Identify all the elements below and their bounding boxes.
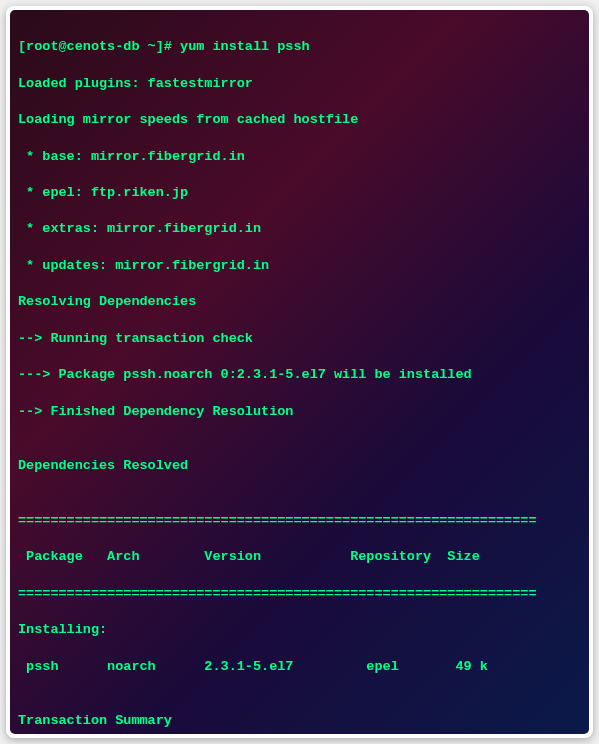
output-line: --> Finished Dependency Resolution xyxy=(18,403,581,421)
shell-prompt: [root@cenots-db ~]# xyxy=(18,39,180,54)
output-line: Dependencies Resolved xyxy=(18,457,581,475)
output-line: Loaded plugins: fastestmirror xyxy=(18,75,581,93)
divider-line: ========================================… xyxy=(18,585,581,603)
terminal-output[interactable]: [root@cenots-db ~]# yum install pssh Loa… xyxy=(10,10,589,734)
output-line: Transaction Summary xyxy=(18,712,581,730)
prompt-line: [root@cenots-db ~]# yum install pssh xyxy=(18,38,581,56)
table-header: Package Arch Version Repository Size xyxy=(18,548,581,566)
output-line: --> Running transaction check xyxy=(18,330,581,348)
output-line: Loading mirror speeds from cached hostfi… xyxy=(18,111,581,129)
output-line: ---> Package pssh.noarch 0:2.3.1-5.el7 w… xyxy=(18,366,581,384)
command-text: yum install pssh xyxy=(180,39,310,54)
divider-line: ========================================… xyxy=(18,512,581,530)
table-row: pssh noarch 2.3.1-5.el7 epel 49 k xyxy=(18,658,581,676)
output-line: * epel: ftp.riken.jp xyxy=(18,184,581,202)
output-line: Resolving Dependencies xyxy=(18,293,581,311)
output-line: Installing: xyxy=(18,621,581,639)
output-line: * updates: mirror.fibergrid.in xyxy=(18,257,581,275)
terminal-window: [root@cenots-db ~]# yum install pssh Loa… xyxy=(6,6,593,738)
output-line: * base: mirror.fibergrid.in xyxy=(18,148,581,166)
output-line: * extras: mirror.fibergrid.in xyxy=(18,220,581,238)
